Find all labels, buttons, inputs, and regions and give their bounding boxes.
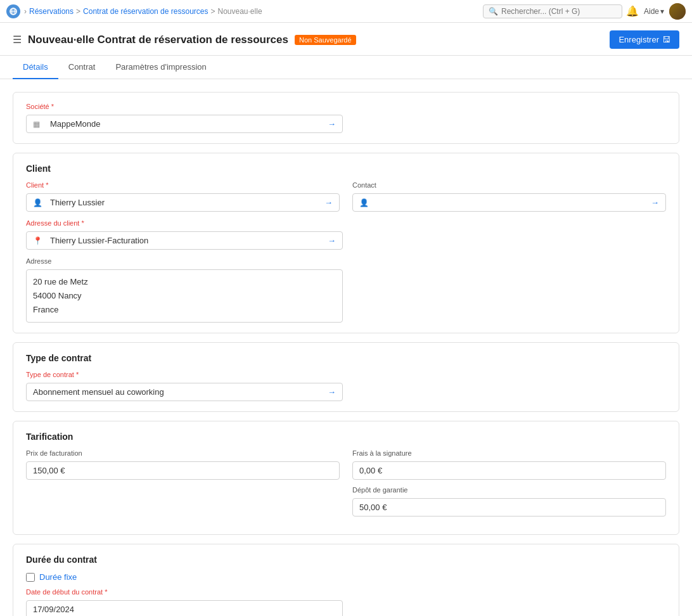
client-contact-row: Client * 👤 → Contact 👤 → [26, 181, 666, 212]
frais-input[interactable] [352, 461, 666, 480]
frais-label: Frais à la signature [352, 449, 666, 457]
contact-group: Contact 👤 → [352, 181, 666, 212]
breadcrumb-current: Nouveau·elle [218, 7, 262, 16]
adresse-client-arrow-icon[interactable]: → [321, 232, 342, 249]
date-debut-label: Date de début du contrat * [26, 588, 343, 596]
prix-label: Prix de facturation [26, 449, 340, 457]
frais-group: Frais à la signature [352, 449, 666, 480]
client-section-title: Client [26, 164, 666, 174]
client-group: Client * 👤 → [26, 181, 340, 212]
type-input[interactable] [27, 383, 321, 401]
search-icon: 🔍 [489, 7, 498, 16]
breadcrumb-reservations[interactable]: Réservations [29, 7, 74, 16]
prix-input[interactable] [26, 461, 340, 480]
breadcrumb-contrat[interactable]: Contrat de réservation de ressources [83, 7, 208, 16]
client-person-icon: 👤 [27, 195, 46, 211]
topbar: › Réservations > Contrat de réservation … [0, 0, 692, 23]
breadcrumb-sep1: > [76, 7, 80, 16]
avatar[interactable] [669, 3, 686, 20]
client-input-wrapper[interactable]: 👤 → [26, 193, 340, 212]
breadcrumb-sep2: > [210, 7, 215, 16]
contact-arrow-icon[interactable]: → [644, 194, 665, 211]
contact-input-wrapper[interactable]: 👤 → [352, 193, 666, 212]
societe-group: Société * ▦ → [26, 103, 666, 133]
building-icon: ▦ [27, 116, 44, 132]
client-input[interactable] [46, 194, 318, 211]
save-icon: 🖫 [662, 35, 670, 44]
client-section: Client Client * 👤 → Contact 👤 [13, 153, 679, 333]
location-icon: 📍 [27, 233, 46, 249]
duree-fixe-row: Durée fixe [26, 572, 666, 582]
adresse-line3: France [33, 303, 336, 317]
adresse-label: Adresse [26, 257, 343, 265]
adresse-client-label: Adresse du client * [26, 219, 343, 227]
adresse-client-input-wrapper[interactable]: 📍 → [26, 231, 343, 250]
contact-person-icon: 👤 [353, 195, 373, 211]
header-left: ☰ Nouveau·elle Contrat de réservation de… [13, 34, 356, 46]
adresse-group: Adresse 20 rue de Metz 54000 Nancy Franc… [26, 257, 343, 323]
tab-impression[interactable]: Paramètres d'impression [105, 56, 216, 79]
type-input-wrapper[interactable]: → [26, 383, 343, 401]
contact-input[interactable] [373, 194, 644, 211]
depot-input[interactable] [352, 498, 666, 517]
tarif-section: Tarification Prix de facturation Frais à… [13, 421, 679, 535]
app-logo[interactable] [6, 4, 20, 18]
adresse-line1: 20 rue de Metz [33, 275, 336, 289]
breadcrumb: › Réservations > Contrat de réservation … [24, 7, 479, 16]
societe-input[interactable] [44, 115, 321, 132]
societe-label: Société * [26, 103, 666, 110]
breadcrumb-sep0: › [24, 7, 27, 16]
duree-section: Durée du contrat Durée fixe Date de débu… [13, 544, 679, 616]
client-label: Client * [26, 181, 340, 189]
adresse-client-input[interactable] [46, 232, 321, 249]
help-button[interactable]: Aide ▾ [644, 7, 664, 16]
search-bar[interactable]: 🔍 [483, 4, 622, 18]
type-arrow-icon[interactable]: → [321, 383, 342, 401]
help-label: Aide [644, 7, 659, 16]
topbar-actions: 🔔 Aide ▾ [626, 3, 686, 20]
chevron-down-icon: ▾ [660, 7, 664, 16]
tabs: Détails Contrat Paramètres d'impression [0, 56, 692, 79]
adresse-client-group: Adresse du client * 📍 → [26, 219, 343, 250]
tarif-section-title: Tarification [26, 432, 666, 442]
bell-icon[interactable]: 🔔 [626, 5, 639, 17]
type-section-title: Type de contrat [26, 353, 666, 363]
duree-fixe-checkbox[interactable] [26, 573, 35, 582]
societe-arrow-icon[interactable]: → [321, 115, 342, 132]
prix-group: Prix de facturation [26, 449, 340, 517]
societe-section: Société * ▦ → [13, 92, 679, 144]
adresse-line2: 54000 Nancy [33, 289, 336, 303]
societe-input-wrapper[interactable]: ▦ → [26, 115, 343, 133]
contact-label: Contact [352, 181, 666, 189]
date-debut-group: Date de début du contrat * [26, 588, 343, 616]
duree-section-title: Durée du contrat [26, 555, 666, 565]
tab-details[interactable]: Détails [13, 56, 58, 79]
date-debut-input[interactable] [26, 600, 343, 616]
tarif-row: Prix de facturation Frais à la signature… [26, 449, 666, 517]
type-section: Type de contrat Type de contrat * → [13, 342, 679, 412]
type-group: Type de contrat * → [26, 371, 343, 401]
adresse-block: 20 rue de Metz 54000 Nancy France [26, 269, 343, 323]
client-arrow-icon[interactable]: → [318, 194, 339, 211]
main-content: Société * ▦ → Client Client * 👤 [0, 79, 692, 616]
depot-group: Dépôt de garantie [352, 486, 666, 517]
duree-fixe-label[interactable]: Durée fixe [39, 572, 77, 582]
page-header: ☰ Nouveau·elle Contrat de réservation de… [0, 23, 692, 56]
save-button[interactable]: Enregistrer 🖫 [610, 30, 679, 49]
depot-label: Dépôt de garantie [352, 486, 666, 494]
menu-icon[interactable]: ☰ [13, 34, 22, 46]
page-title: Nouveau·elle Contrat de réservation de r… [28, 34, 288, 46]
save-label: Enregistrer [618, 35, 659, 44]
tarif-right: Frais à la signature Dépôt de garantie [352, 449, 666, 517]
unsaved-badge: Non Sauvegardé [295, 35, 356, 45]
search-input[interactable] [501, 7, 617, 16]
tab-contrat[interactable]: Contrat [58, 56, 106, 79]
type-label: Type de contrat * [26, 371, 343, 378]
